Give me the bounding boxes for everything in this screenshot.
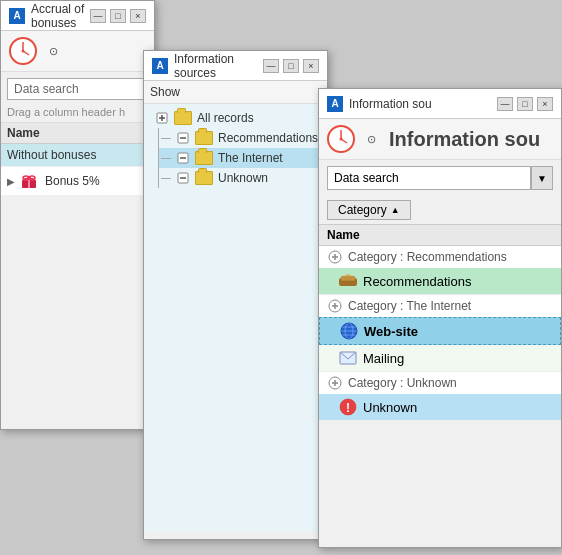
envelope-icon [339,349,357,367]
info-sources-window: A Information sources — □ × Show All rec… [143,50,328,540]
search-dropdown-arrow[interactable]: ▼ [531,166,553,190]
tree-item-internet[interactable]: The Internet [159,148,323,168]
row-indicator: ▶ [7,176,19,187]
accrual-close-btn[interactable]: × [130,9,146,23]
table-row[interactable]: ▶ Bonus 5% [1,167,154,196]
tree-recommendations-label: Recommendations [218,131,318,145]
drag-hint: Drag a column header h [1,102,154,123]
folder-icon [195,131,213,145]
category-recommendations-header: Category : Recommendations [319,246,561,268]
handshake-icon [339,272,357,290]
row-without-bonuses-label: Without bonuses [7,148,96,162]
info-maximize-btn[interactable]: □ [283,59,299,73]
category-filter: Category ▲ [319,196,561,224]
data-row-mailing[interactable]: Mailing [319,345,561,372]
category-arrow-icon: ▲ [391,205,400,215]
accrual-minimize-btn[interactable]: — [90,9,106,23]
tree-internet-label: The Internet [218,151,283,165]
website-row-label: Web-site [364,324,418,339]
info-minimize-btn[interactable]: — [263,59,279,73]
info-title: Information sources [174,52,263,80]
tree-item-recommendations[interactable]: Recommendations [159,128,323,148]
tree-expand-icon [173,152,193,164]
name-column-header: Name [1,123,154,144]
accrual-maximize-btn[interactable]: □ [110,9,126,23]
table-row[interactable]: Without bonuses [1,144,154,167]
info-sources-right-window: A Information sou — □ × ⊙ Information so… [318,88,562,548]
tree-children: Recommendations The Internet [158,128,323,188]
category-unknown-header: Category : Unknown [319,372,561,394]
data-row-recommendations[interactable]: Recommendations [319,268,561,295]
show-label: Show [150,85,180,99]
row-bonus5-label: Bonus 5% [45,174,100,188]
recommendations-row-label: Recommendations [363,274,471,289]
data-list: Category : Recommendations Recommendatio… [319,246,561,421]
tree-item-unknown[interactable]: Unknown [159,168,323,188]
category-recommendations-label: Category : Recommendations [348,250,507,264]
info-right-close-btn[interactable]: × [537,97,553,111]
info-right-app-icon: A [327,96,343,112]
unknown-row-label: Unknown [363,400,417,415]
tree-expand-icon [152,112,172,124]
info-controls: — □ × [263,59,319,73]
info-right-minimize-btn[interactable]: — [497,97,513,111]
svg-text:!: ! [346,401,350,415]
unknown-icon: ! [339,398,357,416]
category-unknown-label: Category : Unknown [348,376,457,390]
accrual-table: Without bonuses ▶ Bonus 5% [1,144,154,196]
expand-internet-icon [327,298,343,314]
accrual-search-container [1,72,154,102]
tree-line-h [161,158,171,159]
accrual-controls: — □ × [90,9,146,23]
show-section: Show [144,81,327,104]
search-dropdown-container: ▼ [319,160,561,196]
data-row-website[interactable]: Web-site [319,317,561,345]
nav-forward-btn[interactable]: ⊙ [43,41,63,61]
accrual-title: Accrual of bonuses [31,2,90,30]
info-app-icon: A [152,58,168,74]
accrual-app-icon: A [9,8,25,24]
info-right-maximize-btn[interactable]: □ [517,97,533,111]
expand-unknown-icon [327,375,343,391]
svg-rect-9 [27,176,31,179]
accrual-search-input[interactable] [7,78,148,100]
tree-unknown-label: Unknown [218,171,268,185]
accrual-toolbar: ⊙ [1,31,154,72]
tree-expand-icon [173,172,193,184]
info-right-main-title: Information sou [389,128,540,151]
info-right-toolbar: ⊙ Information sou [319,119,561,160]
tree-panel: All records Recommendations [144,104,327,532]
category-btn-label: Category [338,203,387,217]
clock-icon [7,35,39,67]
info-close-btn[interactable]: × [303,59,319,73]
folder-icon [195,151,213,165]
name-header: Name [319,224,561,246]
gift-icon [19,171,39,191]
tree-item-all-records[interactable]: All records [148,108,323,128]
info-right-titlebar: A Information sou — □ × [319,89,561,119]
expand-recommendations-icon [327,249,343,265]
clock-icon-right [325,123,357,155]
tree-line-h [161,138,171,139]
tree-line-h [161,178,171,179]
category-btn[interactable]: Category ▲ [327,200,411,220]
svg-point-22 [340,138,343,141]
globe-icon [340,322,358,340]
mailing-row-label: Mailing [363,351,404,366]
tree-all-records-label: All records [197,111,254,125]
info-right-title: Information sou [349,97,497,111]
svg-rect-27 [341,276,355,281]
nav-forward-btn-right[interactable]: ⊙ [361,129,381,149]
info-right-controls: — □ × [497,97,553,111]
accrual-bonuses-window: A Accrual of bonuses — □ × ⊙ Drag a colu… [0,0,155,430]
accrual-titlebar: A Accrual of bonuses — □ × [1,1,154,31]
data-row-unknown[interactable]: ! Unknown [319,394,561,421]
category-internet-label: Category : The Internet [348,299,471,313]
info-search-input[interactable] [327,166,531,190]
info-sources-titlebar: A Information sources — □ × [144,51,327,81]
folder-icon [195,171,213,185]
category-internet-header: Category : The Internet [319,295,561,317]
tree-expand-icon [173,132,193,144]
folder-icon [174,111,192,125]
svg-point-3 [22,50,25,53]
